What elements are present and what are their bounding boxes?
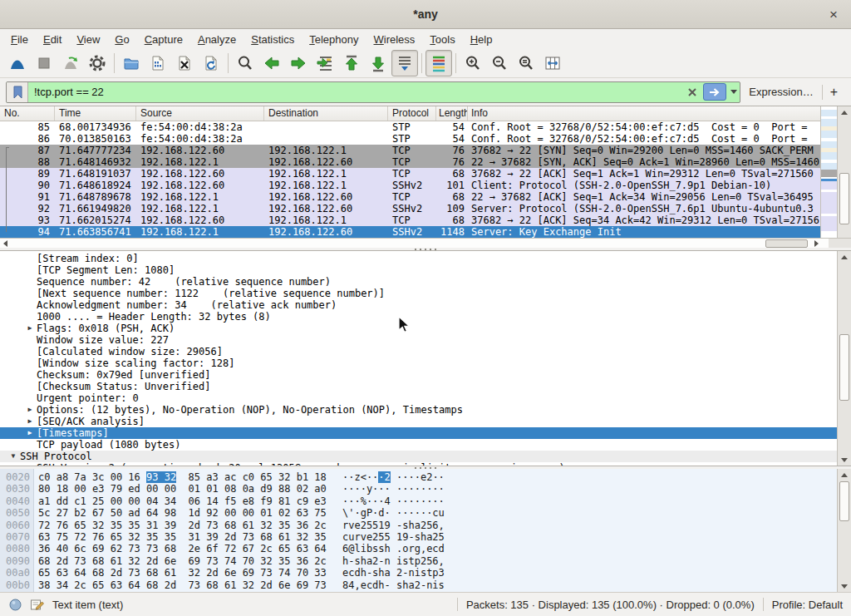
scroll-up-arrow[interactable] — [838, 251, 851, 263]
expand-arrow[interactable] — [23, 369, 37, 381]
hex-row[interactable]: 008036 40 6c 69 62 73 73 68 2e 6f 72 67 … — [0, 543, 837, 554]
expand-arrow[interactable] — [23, 346, 37, 357]
detail-line-ssh-protocol[interactable]: ▼SSH Protocol — [0, 451, 837, 462]
expression-button[interactable]: Expression… — [740, 86, 821, 98]
menu-edit[interactable]: Edit — [36, 31, 69, 48]
detail-line[interactable]: [TCP Segment Len: 1080] — [0, 264, 837, 276]
expand-arrow[interactable] — [23, 392, 37, 404]
menu-tools[interactable]: Tools — [422, 31, 462, 48]
menu-statistics[interactable]: Statistics — [243, 31, 302, 48]
menu-wireless[interactable]: Wireless — [366, 31, 423, 48]
detail-line[interactable]: Window size value: 227 — [0, 334, 837, 346]
zoom-out-button[interactable] — [486, 50, 513, 76]
expand-arrow[interactable] — [23, 276, 37, 288]
detail-line-seq-ack[interactable]: ▶[SEQ/ACK analysis] — [0, 416, 837, 427]
save-file-button[interactable] — [145, 50, 171, 76]
display-filter-field[interactable]: !tcp.port == 22 — [6, 81, 740, 103]
filter-bookmark-button[interactable] — [7, 82, 28, 102]
packet-row-89[interactable]: 8971.648191037192.168.122.60192.168.122.… — [0, 168, 820, 180]
detail-line[interactable]: [Window size scaling factor: 128] — [0, 357, 837, 369]
expand-arrow[interactable] — [23, 311, 37, 323]
title-bar[interactable]: *any × — [0, 0, 851, 29]
detail-line-timestamps-selected[interactable]: ▶[Timestamps] — [0, 427, 837, 439]
start-capture-button[interactable] — [4, 50, 31, 76]
filter-clear-button[interactable] — [683, 87, 701, 97]
colorize-toggle[interactable] — [426, 50, 452, 76]
detail-line-tcp-payload[interactable]: TCP payload (1080 bytes) — [0, 439, 837, 451]
detail-line[interactable]: [Calculated window size: 29056] — [0, 346, 837, 357]
scroll-up-arrow[interactable] — [838, 469, 851, 480]
column-header-source[interactable]: Source — [136, 106, 264, 121]
go-forward-button[interactable] — [285, 50, 312, 76]
detail-line-flags[interactable]: ▶Flags: 0x018 (PSH, ACK) — [0, 323, 837, 334]
scrollbar-thumb[interactable] — [839, 173, 849, 224]
reload-file-button[interactable] — [198, 50, 224, 76]
detail-line[interactable]: Urgent pointer: 0 — [0, 392, 837, 404]
details-vscrollbar[interactable] — [837, 251, 851, 466]
expand-arrow[interactable]: ▶ — [23, 323, 37, 334]
expand-arrow[interactable] — [23, 253, 37, 264]
hex-row[interactable]: 006072 76 65 32 35 35 31 39 2d 73 68 61 … — [0, 520, 837, 531]
go-back-button[interactable] — [258, 50, 285, 76]
detail-line[interactable]: Checksum: 0x79ed [unverified] — [0, 369, 837, 381]
packet-row-87[interactable]: 8771.647777234192.168.122.60192.168.122.… — [0, 145, 820, 156]
expand-arrow[interactable]: ▶ — [23, 416, 37, 427]
capture-options-button[interactable] — [84, 50, 111, 76]
filter-apply-button[interactable] — [703, 83, 726, 101]
menu-go[interactable]: Go — [107, 31, 136, 48]
detail-line-options[interactable]: ▶Options: (12 bytes), No-Operation (NOP)… — [0, 404, 837, 416]
menu-help[interactable]: Help — [463, 31, 500, 48]
expand-arrow[interactable]: ▶ — [23, 404, 37, 416]
expand-arrow[interactable]: ▼ — [7, 451, 20, 462]
add-filter-button[interactable]: + — [823, 85, 845, 100]
go-to-bottom-button[interactable] — [365, 50, 391, 76]
scroll-down-arrow[interactable] — [838, 454, 851, 466]
detail-line[interactable]: 1000 .... = Header Length: 32 bytes (8) — [0, 311, 837, 323]
capture-comment-icon[interactable] — [30, 598, 45, 612]
scrollbar-thumb[interactable] — [839, 334, 849, 401]
expand-arrow[interactable]: ▶ — [23, 427, 37, 439]
hex-row[interactable]: 0040a1 dd c1 25 00 00 04 34 06 14 f5 e8 … — [0, 495, 837, 507]
hex-row[interactable]: 00505c 27 b2 67 50 ad 64 98 1d 92 00 00 … — [0, 507, 837, 519]
expand-arrow[interactable] — [23, 264, 37, 276]
expand-arrow[interactable] — [23, 357, 37, 369]
expand-arrow[interactable] — [23, 439, 37, 451]
menu-telephony[interactable]: Telephony — [302, 31, 366, 48]
expert-info-icon[interactable] — [8, 598, 22, 612]
packet-row-85[interactable]: 8568.001734936fe:54:00:d4:38:2aSTP54Conf… — [0, 121, 820, 133]
detail-line[interactable]: [Next sequence number: 1122 (relative se… — [0, 288, 837, 299]
detail-line[interactable]: Acknowledgment number: 34 (relative ack … — [0, 299, 837, 311]
packet-row-91[interactable]: 9171.648789678192.168.122.1192.168.122.6… — [0, 191, 820, 203]
packet-list-minimap[interactable] — [820, 106, 837, 238]
detail-line[interactable]: [Checksum Status: Unverified] — [0, 381, 837, 392]
column-header-no[interactable]: No. — [0, 106, 55, 121]
zoom-reset-button[interactable] — [513, 50, 539, 76]
column-header-protocol[interactable]: Protocol — [388, 106, 436, 121]
packet-row-86[interactable]: 8670.013850163fe:54:00:d4:38:2aSTP54Conf… — [0, 133, 820, 145]
filter-input[interactable]: !tcp.port == 22 — [28, 86, 683, 98]
column-header-info[interactable]: Info — [468, 106, 820, 121]
column-header-destination[interactable]: Destination — [264, 106, 388, 121]
open-file-button[interactable] — [118, 50, 145, 76]
resize-columns-button[interactable] — [539, 50, 566, 76]
scrollbar-thumb[interactable] — [839, 481, 849, 521]
find-packet-button[interactable] — [232, 50, 258, 76]
detail-line[interactable]: Sequence number: 42 (relative sequence n… — [0, 276, 837, 288]
profile-status[interactable]: Profile: Default — [772, 599, 843, 611]
zoom-in-button[interactable] — [460, 50, 486, 76]
hex-row[interactable]: 007063 75 72 76 65 32 35 35 31 39 2d 73 … — [0, 531, 837, 543]
stop-capture-button[interactable] — [31, 50, 57, 76]
packet-row-94-selected[interactable]: 9471.663856741192.168.122.1192.168.122.6… — [0, 226, 820, 238]
expand-arrow[interactable] — [23, 288, 37, 299]
filter-dropdown-button[interactable] — [728, 90, 740, 94]
packet-row-88[interactable]: 8871.648146932192.168.122.1192.168.122.6… — [0, 156, 820, 168]
hex-row[interactable]: 003080 18 00 e3 79 ed 00 00 01 01 08 0a … — [0, 483, 837, 495]
packet-row-93[interactable]: 9371.662015274192.168.122.60192.168.122.… — [0, 214, 820, 226]
expand-arrow[interactable] — [23, 334, 37, 346]
menu-capture[interactable]: Capture — [137, 31, 190, 48]
hex-row[interactable]: 00a065 63 64 68 2d 73 68 61 32 2d 6e 69 … — [0, 567, 837, 579]
hex-vscrollbar[interactable] — [837, 469, 851, 592]
column-header-length[interactable]: Length — [436, 106, 468, 121]
auto-scroll-toggle[interactable] — [391, 50, 418, 76]
column-header-time[interactable]: Time — [55, 106, 136, 121]
